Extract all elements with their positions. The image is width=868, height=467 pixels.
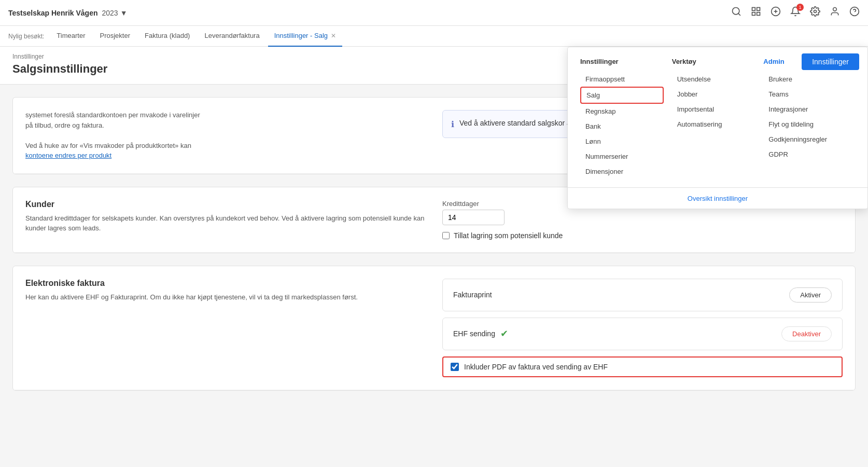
mva-desc-text: systemet foreslå standardkontoen per mva… [25, 110, 426, 161]
dropdown-godkjenning[interactable]: Godkjenningsregler [763, 132, 847, 147]
fakturaprint-card: Fakturaprint Aktiver [442, 279, 843, 311]
kredittdager-input[interactable] [442, 210, 505, 225]
dropdown-teams[interactable]: Teams [763, 87, 847, 102]
recently-visited-label: Nylig besøkt: [8, 33, 44, 40]
topbar: Testselskap Henrik Vågen 2023 ▼ [0, 0, 868, 26]
nav-tabs: Nylig besøkt: Timearter Prosjekter Faktu… [0, 26, 868, 47]
dropdown-regnskap[interactable]: Regnskap [580, 104, 664, 119]
elektronisk-desc: Her kan du aktivere EHF og Fakturaprint.… [25, 292, 426, 303]
tab-faktura-kladd[interactable]: Faktura (kladd) [138, 26, 196, 47]
plus-icon[interactable] [771, 6, 781, 19]
topbar-icons: 1 [731, 6, 860, 19]
main-layout: Innstillinger Salgsinnstillinger systeme… [0, 47, 868, 467]
elektronisk-row: Elektroniske faktura Her kan du aktivere… [13, 266, 855, 390]
pdf-checkbox-label: Inkluder PDF av faktura ved sending av E… [464, 363, 608, 371]
svg-rect-5 [757, 12, 760, 16]
elektronisk-title: Elektroniske faktura [25, 279, 426, 288]
elektronisk-left: Elektroniske faktura Her kan du aktivere… [25, 279, 442, 303]
user-icon[interactable] [830, 6, 840, 19]
dropdown-flyt[interactable]: Flyt og tildeling [763, 117, 847, 132]
ehf-card: EHF sending ✔ Deaktiver [442, 318, 843, 350]
gear-icon[interactable] [810, 6, 820, 19]
svg-rect-2 [752, 8, 755, 11]
tab-leverandorfaktura[interactable]: Leverandørfaktura [198, 26, 265, 47]
dropdown-firmaoppsett[interactable]: Firmaoppsett [580, 72, 664, 87]
company-name[interactable]: Testselskap Henrik Vågen [8, 9, 97, 17]
dropdown-dimensjoner[interactable]: Dimensjoner [580, 164, 664, 179]
dropdown-innstillinger-col: Innstillinger Firmaoppsett Salg Regnskap… [580, 58, 672, 179]
svg-line-1 [738, 13, 740, 16]
svg-point-10 [833, 8, 837, 11]
save-btn-container: Innstillinger [793, 47, 867, 76]
dropdown-nummerserier[interactable]: Nummerserier [580, 149, 664, 164]
topbar-left: Testselskap Henrik Vågen 2023 ▼ [8, 9, 128, 17]
year-chevron-icon: ▼ [120, 9, 128, 17]
year-selector[interactable]: 2023 ▼ [102, 9, 127, 17]
year-value: 2023 [102, 9, 118, 17]
aktiver-button[interactable]: Aktiver [789, 287, 832, 303]
deaktiver-button[interactable]: Deaktiver [781, 326, 832, 341]
fakturaprint-label: Fakturaprint [453, 291, 492, 299]
verktoy-header: Verktøy [672, 58, 755, 65]
elektronisk-section: Elektroniske faktura Her kan du aktivere… [12, 266, 856, 391]
kunder-left: Kunder Standard kredittdager for selskap… [25, 200, 442, 233]
settings-dropdown: Innstillinger Innstillinger Firmaoppsett… [567, 47, 868, 209]
tab-timearter[interactable]: Timearter [50, 26, 91, 47]
dropdown-footer: Oversikt innstillinger [568, 187, 867, 209]
mva-desc: systemet foreslå standardkontoen per mva… [25, 110, 442, 161]
info-icon: ℹ [451, 119, 454, 129]
dropdown-bank[interactable]: Bank [580, 119, 664, 134]
dropdown-automatisering[interactable]: Automatisering [672, 117, 755, 132]
help-icon[interactable] [849, 6, 860, 19]
innstillinger-header: Innstillinger [580, 58, 664, 65]
oversikt-link[interactable]: Oversikt innstillinger [688, 195, 748, 202]
pdf-checkbox-row: Inkluder PDF av faktura ved sending av E… [442, 356, 843, 377]
elektronisk-right: Fakturaprint Aktiver EHF sending ✔ Deakt… [442, 279, 843, 377]
ehf-check-icon: ✔ [500, 328, 508, 339]
potensiell-kunde-label: Tillat lagring som potensiell kunde [454, 231, 563, 240]
dropdown-lonn[interactable]: Lønn [580, 134, 664, 149]
dropdown-utsendelse[interactable]: Utsendelse [672, 72, 755, 87]
svg-rect-3 [757, 8, 760, 11]
tab-innstillinger-salg[interactable]: Innstillinger - Salg ✕ [268, 26, 342, 47]
dropdown-gdpr[interactable]: GDPR [763, 147, 847, 162]
dropdown-importsental[interactable]: Importsental [672, 102, 755, 117]
dropdown-salg[interactable]: Salg [580, 87, 664, 104]
notification-count: 1 [796, 4, 804, 11]
save-button[interactable]: Innstillinger [802, 53, 859, 70]
pdf-checkbox[interactable] [451, 363, 459, 371]
potensiell-kunde-row: Tillat lagring som potensiell kunde [442, 231, 843, 240]
bell-icon[interactable]: 1 [790, 6, 801, 19]
kunder-title: Kunder [25, 200, 426, 209]
dropdown-integrasjoner[interactable]: Integrasjoner [763, 102, 847, 117]
potensiell-kunde-checkbox[interactable] [442, 232, 450, 239]
search-icon[interactable] [731, 6, 741, 19]
svg-point-9 [814, 10, 817, 13]
dropdown-verktoy-col: Verktøy Utsendelse Jobber Importsental A… [672, 58, 764, 179]
tab-prosjekter[interactable]: Prosjekter [94, 26, 137, 47]
kunder-desc: Standard kredittdager for selskapets kun… [25, 213, 426, 233]
close-tab-icon[interactable]: ✕ [331, 32, 336, 39]
svg-rect-4 [752, 12, 755, 16]
ehf-label: EHF sending ✔ [453, 328, 508, 339]
dropdown-jobber[interactable]: Jobber [672, 87, 755, 102]
grid-icon[interactable] [751, 6, 761, 19]
mva-link[interactable]: kontoene endres per produkt [25, 152, 111, 159]
